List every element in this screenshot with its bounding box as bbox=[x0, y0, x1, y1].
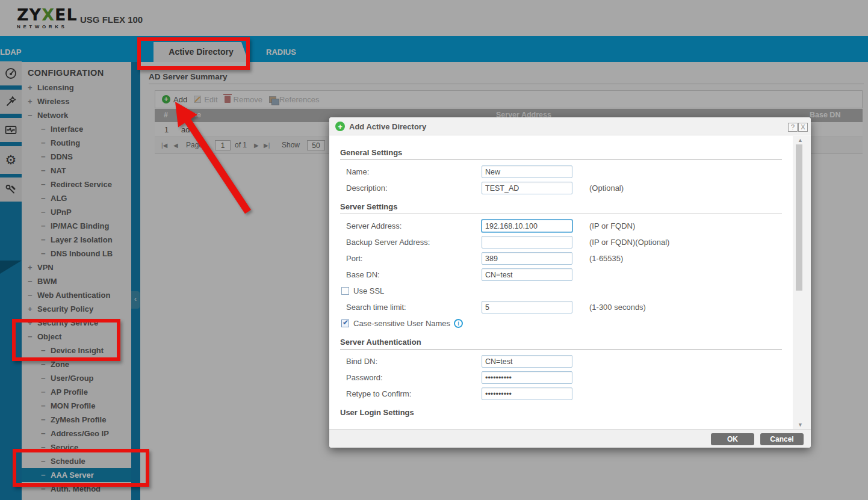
dialog-titlebar: + Add Active Directory ? X bbox=[329, 117, 811, 135]
section-heading-server-settings: Server Settings bbox=[340, 202, 793, 211]
scrollbar-thumb[interactable] bbox=[796, 144, 802, 291]
zyxel-usg-flex-page: ZYXEL NETWORKS USG FLEX 100 Active Direc… bbox=[0, 0, 868, 500]
ok-button[interactable]: OK bbox=[711, 433, 754, 445]
unchecked-checkbox[interactable] bbox=[341, 287, 349, 295]
section-divider bbox=[340, 159, 782, 160]
scroll-up-icon[interactable]: ▲ bbox=[798, 137, 803, 143]
section-divider bbox=[340, 349, 782, 350]
field-hint: (1-65535) bbox=[589, 254, 623, 263]
bind-dn-input[interactable] bbox=[482, 355, 572, 368]
annotation-box-object-menu bbox=[12, 319, 120, 361]
field-label: Search time limit: bbox=[346, 303, 482, 312]
checked-checkbox[interactable] bbox=[341, 319, 349, 327]
search-time-limit-input[interactable] bbox=[482, 301, 572, 313]
field-label: Password: bbox=[346, 373, 482, 382]
cancel-button[interactable]: Cancel bbox=[760, 433, 804, 445]
section-divider bbox=[340, 214, 782, 214]
dialog-title: Add Active Directory bbox=[349, 122, 426, 131]
annotation-box-aaa-server-menu bbox=[13, 449, 149, 487]
checkbox-label: Case-sensitive User Names bbox=[353, 319, 450, 328]
form-row: Bind DN: bbox=[346, 356, 793, 367]
form-row: Password: bbox=[346, 372, 793, 383]
field-hint: (Optional) bbox=[589, 184, 624, 193]
section-heading-user-login-settings: User Login Settings bbox=[340, 408, 793, 417]
close-icon[interactable]: X bbox=[798, 123, 808, 132]
field-label: Description: bbox=[346, 184, 482, 193]
server-address-input[interactable] bbox=[482, 220, 572, 232]
name-input[interactable] bbox=[482, 165, 572, 178]
checkbox-label: Use SSL bbox=[353, 286, 384, 295]
form-row: Description:(Optional) bbox=[346, 182, 793, 194]
field-label: Backup Server Address: bbox=[346, 238, 482, 247]
base-dn-input[interactable] bbox=[482, 268, 572, 281]
field-hint: (1-300 seconds) bbox=[589, 303, 646, 312]
section-heading-general-settings: General Settings bbox=[340, 148, 793, 157]
description-input[interactable] bbox=[482, 182, 572, 194]
help-icon[interactable]: ? bbox=[788, 123, 798, 132]
form-row: Case-sensitive User Namesi bbox=[341, 318, 793, 329]
field-hint: (IP or FQDN) bbox=[589, 221, 635, 230]
field-label: Name: bbox=[346, 167, 482, 176]
add-active-directory-dialog: + Add Active Directory ? X General Setti… bbox=[329, 117, 811, 448]
form-row: Base DN: bbox=[346, 269, 793, 280]
field-label: Server Address: bbox=[346, 221, 482, 230]
form-row: Search time limit:(1-300 seconds) bbox=[346, 301, 793, 313]
port-input[interactable] bbox=[482, 252, 572, 265]
form-row: Retype to Confirm: bbox=[346, 388, 793, 400]
info-icon[interactable]: i bbox=[454, 319, 463, 328]
field-label: Retype to Confirm: bbox=[346, 389, 482, 398]
section-heading-server-authentication: Server Authentication bbox=[340, 338, 793, 347]
scroll-down-icon[interactable]: ▼ bbox=[798, 422, 803, 428]
add-icon: + bbox=[335, 122, 345, 131]
form-row: Name: bbox=[346, 166, 793, 177]
form-row: Server Address:(IP or FQDN) bbox=[346, 220, 793, 232]
backup-server-address-input[interactable] bbox=[482, 236, 572, 248]
form-row: Backup Server Address:(IP or FQDN)(Optio… bbox=[346, 236, 793, 248]
form-row: Use SSL bbox=[341, 285, 793, 297]
password-input[interactable] bbox=[482, 371, 572, 384]
retype-to-confirm-input[interactable] bbox=[482, 387, 572, 400]
field-hint: (IP or FQDN)(Optional) bbox=[589, 238, 669, 247]
dialog-footer: OK Cancel bbox=[329, 429, 811, 448]
form-row: Port:(1-65535) bbox=[346, 253, 793, 264]
annotation-box-active-directory-tab bbox=[137, 37, 250, 70]
dialog-scrollbar[interactable]: ▲ ▼ bbox=[793, 136, 811, 429]
field-label: Port: bbox=[346, 254, 482, 263]
field-label: Bind DN: bbox=[346, 357, 482, 366]
dialog-body: General SettingsName:Description:(Option… bbox=[329, 136, 793, 429]
field-label: Base DN: bbox=[346, 270, 482, 279]
